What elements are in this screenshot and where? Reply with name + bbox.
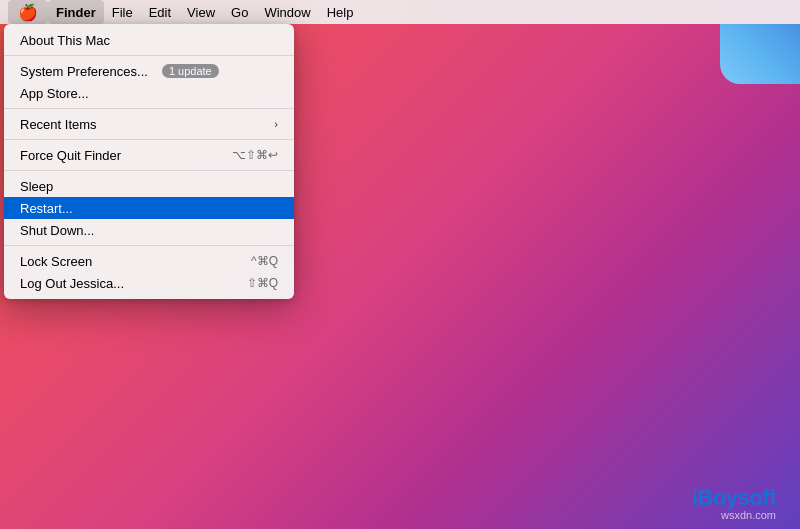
watermark-text: iBoysoft: [692, 485, 776, 510]
window-menu-label: Window: [264, 5, 310, 20]
finder-menu-button[interactable]: Finder: [48, 0, 104, 24]
about-this-mac-item[interactable]: About This Mac: [4, 29, 294, 51]
lock-screen-item[interactable]: Lock Screen ^⌘Q: [4, 250, 294, 272]
logout-shortcut: ⇧⌘Q: [247, 276, 278, 290]
force-quit-label: Force Quit Finder: [20, 148, 121, 163]
force-quit-item[interactable]: Force Quit Finder ⌥⇧⌘↩: [4, 144, 294, 166]
view-menu-label: View: [187, 5, 215, 20]
update-badge: 1 update: [162, 64, 219, 78]
restart-item[interactable]: Restart...: [4, 197, 294, 219]
force-quit-shortcut: ⌥⇧⌘↩: [232, 148, 278, 162]
recent-items-item[interactable]: Recent Items ›: [4, 113, 294, 135]
window-menu-button[interactable]: Window: [256, 0, 318, 24]
go-menu-label: Go: [231, 5, 248, 20]
finder-menu-label: Finder: [56, 5, 96, 20]
lock-screen-shortcut: ^⌘Q: [251, 254, 278, 268]
help-menu-label: Help: [327, 5, 354, 20]
wsxdn-text: wsxdn.com: [721, 509, 776, 521]
system-preferences-item[interactable]: System Preferences... 1 update: [4, 60, 294, 82]
system-preferences-label: System Preferences...: [20, 64, 148, 79]
logout-item[interactable]: Log Out Jessica... ⇧⌘Q: [4, 272, 294, 294]
wsxdn-watermark: wsxdn.com: [721, 509, 776, 521]
apple-dropdown-menu: About This Mac System Preferences... 1 u…: [4, 24, 294, 299]
restart-label: Restart...: [20, 201, 73, 216]
desktop: 🍎 Finder File Edit View Go Window Help A…: [0, 0, 800, 529]
menu-separator-1: [4, 55, 294, 56]
app-store-item[interactable]: App Store...: [4, 82, 294, 104]
lock-screen-label: Lock Screen: [20, 254, 92, 269]
apple-menu-button[interactable]: 🍎: [8, 0, 48, 24]
recent-items-chevron: ›: [274, 118, 278, 130]
menubar: 🍎 Finder File Edit View Go Window Help: [0, 0, 800, 24]
sleep-label: Sleep: [20, 179, 53, 194]
apple-icon: 🍎: [18, 3, 38, 22]
shutdown-label: Shut Down...: [20, 223, 94, 238]
recent-items-label: Recent Items: [20, 117, 97, 132]
about-this-mac-label: About This Mac: [20, 33, 110, 48]
shutdown-item[interactable]: Shut Down...: [4, 219, 294, 241]
edit-menu-label: Edit: [149, 5, 171, 20]
menu-separator-5: [4, 245, 294, 246]
app-store-label: App Store...: [20, 86, 89, 101]
file-menu-button[interactable]: File: [104, 0, 141, 24]
go-menu-button[interactable]: Go: [223, 0, 256, 24]
menu-separator-4: [4, 170, 294, 171]
edit-menu-button[interactable]: Edit: [141, 0, 179, 24]
menu-separator-3: [4, 139, 294, 140]
help-menu-button[interactable]: Help: [319, 0, 362, 24]
view-menu-button[interactable]: View: [179, 0, 223, 24]
logout-label: Log Out Jessica...: [20, 276, 124, 291]
corner-decoration: [720, 24, 800, 84]
iboysoft-watermark: iBoysoft: [692, 485, 776, 511]
menu-separator-2: [4, 108, 294, 109]
sleep-item[interactable]: Sleep: [4, 175, 294, 197]
file-menu-label: File: [112, 5, 133, 20]
